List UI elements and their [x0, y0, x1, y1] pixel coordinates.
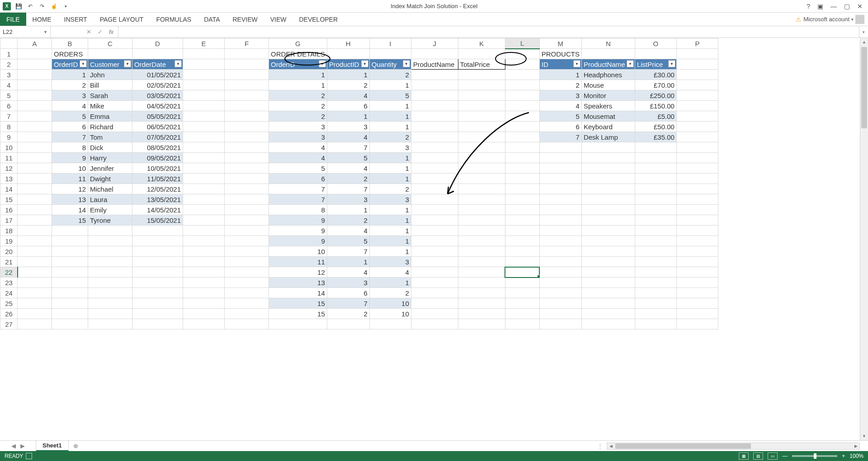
- cell-H7[interactable]: 1: [327, 111, 369, 122]
- cell-O6[interactable]: £150.00: [635, 101, 676, 111]
- row-header-1[interactable]: 1: [0, 49, 18, 59]
- cell-E5[interactable]: [183, 90, 225, 101]
- row-header-2[interactable]: 2: [0, 59, 18, 70]
- cell-O4[interactable]: £70.00: [635, 80, 676, 90]
- cell-P18[interactable]: [676, 226, 718, 236]
- cell-F23[interactable]: [225, 278, 269, 288]
- cell-N10[interactable]: [581, 142, 635, 153]
- close-icon[interactable]: ✕: [855, 3, 864, 10]
- cell-C8[interactable]: Richard: [88, 122, 132, 132]
- cell-H13[interactable]: 2: [327, 174, 369, 184]
- cell-M4[interactable]: 2: [539, 80, 581, 90]
- cell-F6[interactable]: [225, 101, 269, 111]
- cell-N21[interactable]: [581, 257, 635, 267]
- zoom-slider[interactable]: [792, 455, 837, 457]
- cell-K25[interactable]: [458, 298, 505, 309]
- cell-A10[interactable]: [18, 142, 52, 153]
- cell-F22[interactable]: [225, 267, 269, 278]
- filter-dropdown-icon[interactable]: ▼: [124, 60, 131, 67]
- cell-I7[interactable]: 1: [369, 111, 411, 122]
- cell-E15[interactable]: [183, 194, 225, 205]
- cell-F2[interactable]: [225, 59, 269, 70]
- cell-G7[interactable]: 2: [269, 111, 327, 122]
- cell-E12[interactable]: [183, 163, 225, 174]
- cell-A24[interactable]: [18, 288, 52, 298]
- cell-H10[interactable]: 7: [327, 142, 369, 153]
- cell-O8[interactable]: £50.00: [635, 122, 676, 132]
- col-header-L[interactable]: L: [505, 38, 539, 49]
- cell-G19[interactable]: 9: [269, 236, 327, 246]
- cell-E24[interactable]: [183, 288, 225, 298]
- cell-P13[interactable]: [676, 174, 718, 184]
- cell-D7[interactable]: 05/05/2021: [132, 111, 183, 122]
- cell-I23[interactable]: 1: [369, 278, 411, 288]
- row-header-20[interactable]: 20: [0, 246, 18, 257]
- cell-F7[interactable]: [225, 111, 269, 122]
- cell-M15[interactable]: [539, 194, 581, 205]
- cell-C20[interactable]: [88, 246, 132, 257]
- cell-M5[interactable]: 3: [539, 90, 581, 101]
- cell-N27[interactable]: [581, 319, 635, 329]
- tab-split-handle[interactable]: ⋮: [594, 442, 607, 449]
- cell-C13[interactable]: Dwight: [88, 174, 132, 184]
- cell-A19[interactable]: [18, 236, 52, 246]
- cell-K1[interactable]: [458, 49, 505, 59]
- cell-F25[interactable]: [225, 298, 269, 309]
- cell-B8[interactable]: 6: [52, 122, 88, 132]
- cell-D17[interactable]: 15/05/2021: [132, 215, 183, 226]
- undo-icon[interactable]: ↶: [26, 2, 34, 10]
- cell-G12[interactable]: 5: [269, 163, 327, 174]
- cell-A15[interactable]: [18, 194, 52, 205]
- cell-F1[interactable]: [225, 49, 269, 59]
- view-normal-icon[interactable]: ▦: [739, 452, 749, 460]
- col-header-P[interactable]: P: [676, 38, 718, 49]
- cell-O1[interactable]: [635, 49, 676, 59]
- cell-L27[interactable]: [505, 319, 539, 329]
- cell-D15[interactable]: 13/05/2021: [132, 194, 183, 205]
- cell-A13[interactable]: [18, 174, 52, 184]
- cell-A11[interactable]: [18, 153, 52, 163]
- row-header-11[interactable]: 11: [0, 153, 18, 163]
- cell-K2[interactable]: TotalPrice: [458, 59, 505, 70]
- row-header-15[interactable]: 15: [0, 194, 18, 205]
- cell-G3[interactable]: 1: [269, 70, 327, 80]
- cell-B2[interactable]: OrderID▼: [52, 59, 88, 70]
- cell-I19[interactable]: 1: [369, 236, 411, 246]
- cell-F10[interactable]: [225, 142, 269, 153]
- cell-E16[interactable]: [183, 205, 225, 215]
- cell-M24[interactable]: [539, 288, 581, 298]
- cell-A20[interactable]: [18, 246, 52, 257]
- cell-O24[interactable]: [635, 288, 676, 298]
- cell-D21[interactable]: [132, 257, 183, 267]
- cell-A4[interactable]: [18, 80, 52, 90]
- cell-F26[interactable]: [225, 309, 269, 319]
- cell-K5[interactable]: [458, 90, 505, 101]
- cell-B27[interactable]: [52, 319, 88, 329]
- cell-N24[interactable]: [581, 288, 635, 298]
- cell-N15[interactable]: [581, 194, 635, 205]
- cell-C6[interactable]: Mike: [88, 101, 132, 111]
- account-label[interactable]: Microsoft account: [803, 16, 849, 23]
- cell-L18[interactable]: [505, 226, 539, 236]
- cell-P12[interactable]: [676, 163, 718, 174]
- cell-A6[interactable]: [18, 101, 52, 111]
- cell-O10[interactable]: [635, 142, 676, 153]
- cell-B15[interactable]: 13: [52, 194, 88, 205]
- cell-G10[interactable]: 4: [269, 142, 327, 153]
- cell-I18[interactable]: 1: [369, 226, 411, 236]
- cell-N11[interactable]: [581, 153, 635, 163]
- cell-J12[interactable]: [411, 163, 458, 174]
- cell-J16[interactable]: [411, 205, 458, 215]
- cell-I9[interactable]: 2: [369, 132, 411, 142]
- hscroll-thumb[interactable]: [615, 443, 751, 449]
- cell-I13[interactable]: 1: [369, 174, 411, 184]
- cell-F3[interactable]: [225, 70, 269, 80]
- row-header-13[interactable]: 13: [0, 174, 18, 184]
- cell-N5[interactable]: Monitor: [581, 90, 635, 101]
- cell-F27[interactable]: [225, 319, 269, 329]
- cell-M11[interactable]: [539, 153, 581, 163]
- row-header-23[interactable]: 23: [0, 278, 18, 288]
- cell-D4[interactable]: 02/05/2021: [132, 80, 183, 90]
- cell-F11[interactable]: [225, 153, 269, 163]
- cell-B5[interactable]: 3: [52, 90, 88, 101]
